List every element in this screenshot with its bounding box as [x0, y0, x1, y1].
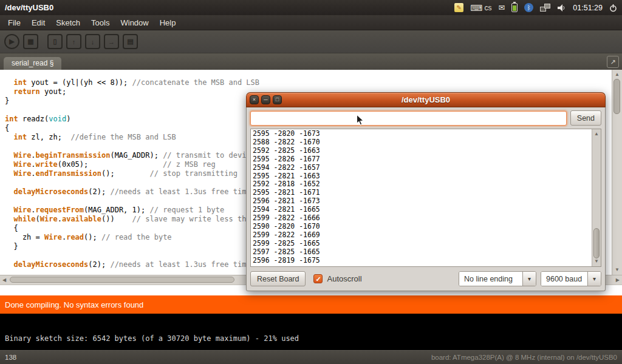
serial-data-line: 2595 -2821 -1663	[253, 172, 592, 181]
mouse-cursor	[356, 114, 364, 127]
line-number: 138	[5, 354, 16, 361]
battery-icon[interactable]	[511, 3, 518, 12]
scroll-right-icon[interactable]: ▶	[616, 277, 620, 283]
serial-data-line: 2590 -2820 -1670	[253, 223, 592, 231]
notes-icon[interactable]: ✎	[454, 3, 463, 12]
serial-data-line: 2592 -2818 -1652	[253, 180, 592, 189]
line-ending-dropdown[interactable]: No line ending ▾	[459, 271, 536, 286]
close-button[interactable]: ×	[250, 95, 259, 104]
serial-data-line: 2588 -2822 -1670	[253, 138, 592, 147]
menu-bar: FileEditSketchToolsWindowHelp	[0, 15, 622, 30]
menu-item-window[interactable]: Window	[115, 15, 154, 30]
serial-monitor-body: Send 2595 -2820 -16732588 -2822 -1670259…	[246, 107, 606, 291]
board-info: board: ATmega328P(A) @ 8 MHz (internal) …	[431, 354, 617, 361]
serial-data-line: 2595 -2820 -1673	[253, 130, 592, 138]
serial-monitor-titlebar[interactable]: × ─ □ /dev/ttyUSB0	[246, 92, 606, 107]
serial-monitor-button[interactable]: ▤	[123, 34, 138, 49]
serial-data-line: 2594 -2821 -1665	[253, 206, 592, 214]
autoscroll-checkbox[interactable]: ✓	[313, 274, 323, 283]
serial-data-line: 2595 -2821 -1671	[253, 189, 592, 197]
serial-data-line: 2596 -2819 -1675	[253, 257, 592, 265]
code-line: int yout = (yl|(yh << 8)); //concatenate…	[5, 78, 612, 87]
serial-data-line: 2599 -2822 -1666	[253, 214, 592, 223]
menu-item-edit[interactable]: Edit	[26, 15, 50, 30]
console-output: Binary sketch size: 6542 bytes (of a 307…	[0, 314, 622, 350]
serial-data-line: 2599 -2825 -1665	[253, 240, 592, 248]
scroll-left-icon[interactable]: ◀	[2, 277, 6, 283]
menu-item-sketch[interactable]: Sketch	[50, 15, 86, 30]
serial-data-line: 2595 -2826 -1677	[253, 155, 592, 164]
volume-icon[interactable]	[557, 4, 566, 12]
tab-bar: serial_read § ↗	[0, 53, 622, 70]
clock[interactable]: 01:51:29	[573, 4, 603, 12]
serial-data-line: 2597 -2825 -1665	[253, 248, 592, 257]
bluetooth-icon[interactable]: ᛒ	[524, 3, 533, 12]
window-buttons: × ─ □	[250, 95, 282, 104]
serial-data-line: 2599 -2822 -1669	[253, 231, 592, 240]
save-button[interactable]: ↓	[85, 34, 100, 49]
system-tray: ✎ ⌨ cs ✉ ᛒ 01:51:29	[454, 3, 617, 12]
compile-message: Done compiling. No syntax errors found	[5, 300, 143, 309]
network-icon[interactable]	[540, 4, 550, 12]
serial-send-input[interactable]	[250, 111, 567, 126]
serial-monitor-window: × ─ □ /dev/ttyUSB0 Send 2595 -2820 -1673…	[246, 92, 606, 291]
compile-status-bar: Done compiling. No syntax errors found	[0, 295, 622, 314]
serial-monitor-controls: Reset Board ✓ Autoscroll No line ending …	[247, 267, 605, 291]
desktop: /dev/ttyUSB0 ✎ ⌨ cs ✉ ᛒ 01:51:29 FileEdi…	[0, 0, 622, 364]
scroll-up-icon[interactable]: ▲	[612, 72, 622, 78]
power-icon[interactable]	[609, 4, 617, 12]
console-text: Binary sketch size: 6542 bytes (of a 307…	[5, 334, 299, 343]
baud-rate-value: 9600 baud	[541, 272, 587, 286]
scroll-down-icon[interactable]: ▼	[592, 258, 601, 265]
menu-item-tools[interactable]: Tools	[86, 15, 115, 30]
send-button[interactable]: Send	[570, 110, 601, 126]
open-button[interactable]: ↑	[66, 34, 81, 49]
top-panel: /dev/ttyUSB0 ✎ ⌨ cs ✉ ᛒ 01:51:29	[0, 0, 622, 15]
baud-rate-dropdown[interactable]: 9600 baud ▾	[541, 271, 601, 286]
scrollbar-thumb[interactable]	[593, 228, 600, 258]
scrollbar-thumb[interactable]	[613, 79, 620, 114]
serial-data-line: 2594 -2822 -1657	[253, 164, 592, 172]
serial-data-line: 2592 -2825 -1663	[253, 147, 592, 155]
chevron-down-icon[interactable]: ▾	[522, 272, 536, 286]
maximize-button[interactable]: □	[273, 95, 282, 104]
active-window-title: /dev/ttyUSB0	[5, 3, 53, 12]
chevron-down-icon[interactable]: ▾	[587, 272, 601, 286]
language-label: cs	[484, 4, 491, 12]
scrollbar-thumb[interactable]	[10, 277, 234, 283]
scroll-up-icon[interactable]: ▲	[592, 131, 601, 137]
tab-menu-button[interactable]: ↗	[607, 56, 619, 68]
battery-level	[513, 5, 516, 11]
menu-item-file[interactable]: File	[2, 15, 26, 30]
upload-button[interactable]: →	[104, 34, 119, 49]
status-bar: 138 board: ATmega328P(A) @ 8 MHz (intern…	[0, 350, 622, 364]
serial-scrollbar[interactable]: ▲ ▼	[592, 129, 601, 266]
serial-monitor-title: /dev/ttyUSB0	[247, 95, 605, 104]
keyboard-icon: ⌨	[470, 4, 482, 12]
serial-output-lines: 2595 -2820 -16732588 -2822 -16702592 -28…	[251, 129, 592, 266]
line-ending-value: No line ending	[459, 272, 522, 286]
menu-item-help[interactable]: Help	[154, 15, 182, 30]
scroll-down-icon[interactable]: ▼	[612, 267, 622, 273]
mail-icon[interactable]: ✉	[498, 4, 505, 12]
toolbar: ▶▦▯↑↓→▤	[0, 30, 622, 53]
serial-output-area[interactable]: 2595 -2820 -16732588 -2822 -16702592 -28…	[250, 129, 601, 267]
serial-data-line: 2596 -2821 -1673	[253, 197, 592, 206]
new-sketch-button[interactable]: ▯	[47, 34, 63, 49]
minimize-button[interactable]: ─	[261, 95, 270, 104]
tab-serial-read[interactable]: serial_read §	[4, 57, 61, 70]
keyboard-layout-indicator[interactable]: ⌨ cs	[470, 4, 491, 12]
editor-vertical-scrollbar[interactable]: ▲ ▼	[612, 70, 622, 275]
serial-input-row: Send	[247, 107, 605, 129]
stop-button[interactable]: ▦	[23, 34, 38, 49]
autoscroll-label: Autoscroll	[327, 274, 361, 283]
reset-board-button[interactable]: Reset Board	[250, 271, 306, 286]
verify-button[interactable]: ▶	[4, 34, 19, 49]
